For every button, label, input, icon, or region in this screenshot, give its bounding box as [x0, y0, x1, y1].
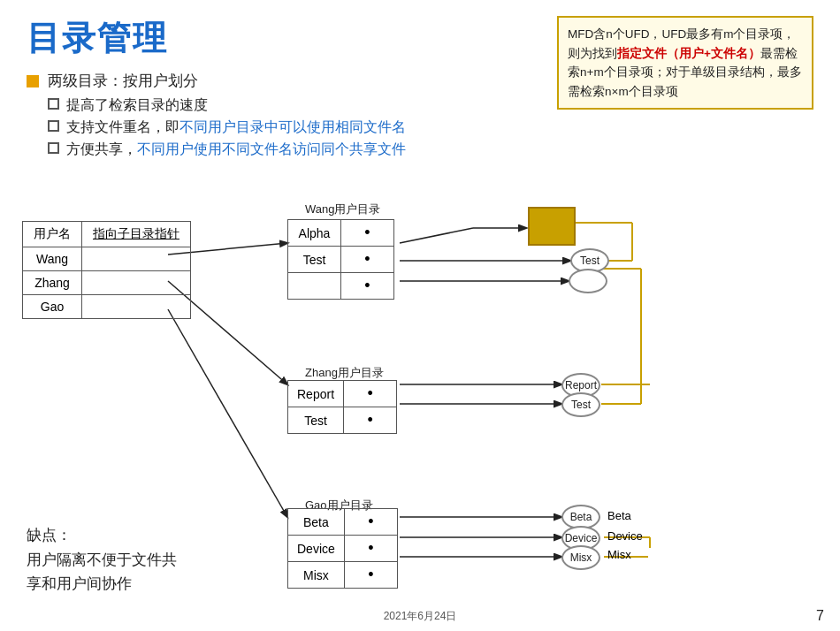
bullet-sub-1: 提高了检索目录的速度 [48, 96, 406, 115]
zhang-ufd-table: Report Test [287, 380, 397, 434]
mfd-row-wang: Wang [23, 247, 82, 271]
wang-row3-dot [341, 273, 394, 300]
gao-ufd-table: Beta Device Misx [287, 508, 398, 589]
checkbox-icon-3 [48, 142, 59, 154]
square-icon [27, 75, 39, 87]
svg-line-2 [168, 309, 287, 517]
mfd-row-gao-ptr [82, 295, 191, 319]
wang-test: Test [288, 247, 341, 273]
page-title: 目录管理 [27, 16, 168, 61]
gao-misx: Misx [288, 562, 345, 589]
gao-misx-dot [344, 562, 397, 589]
page-number: 7 [816, 608, 824, 624]
shared-file [528, 207, 576, 246]
bullet-sub-2: 支持文件重名，即不同用户目录中可以使用相同文件名 [48, 118, 406, 137]
gao-misx-node: Misx [561, 545, 600, 570]
beta-label: Beta [607, 509, 631, 522]
mfd-table: 用户名 指向子目录指针 Wang Zhang Gao [22, 221, 191, 319]
wang-alpha-dot [341, 220, 394, 247]
mfd-col2-header: 指向子目录指针 [82, 222, 191, 247]
mfd-row-wang-ptr [82, 247, 191, 271]
misx-label: Misx [607, 548, 631, 561]
zhang-test-dot [344, 407, 397, 434]
wang-test-dot [341, 247, 394, 273]
defect-text: 缺点： 用户隔离不便于文件共享和用户间协作 [27, 523, 177, 596]
mfd-row-zhang: Zhang [23, 271, 82, 295]
wang-row3-node [569, 269, 607, 293]
wang-alpha: Alpha [288, 220, 341, 247]
mfd-row-zhang-ptr [82, 271, 191, 295]
zhang-report-dot [344, 381, 397, 407]
wang-row3 [288, 273, 341, 300]
defect-title: 缺点： [27, 523, 177, 547]
zhang-test-node: Test [561, 392, 600, 417]
bullet-main: 两级目录：按用户划分 [27, 71, 406, 91]
checkbox-icon-1 [48, 98, 59, 110]
checkbox-icon-2 [48, 120, 59, 132]
bullet-sub-3: 方便共享，不同用户使用不同文件名访问同个共享文件 [48, 141, 406, 159]
svg-line-3 [400, 228, 473, 243]
wang-ufd-label: Wang用户目录 [305, 201, 380, 217]
page-date: 2021年6月24日 [384, 609, 457, 624]
bullet-list: 两级目录：按用户划分 提高了检索目录的速度 支持文件重名，即不同用户目录中可以使… [27, 71, 406, 163]
zhang-report: Report [288, 381, 344, 407]
gao-device: Device [288, 536, 345, 562]
mfd-row-gao: Gao [23, 295, 82, 319]
zhang-test: Test [288, 407, 344, 434]
gao-beta: Beta [288, 509, 345, 536]
gao-device-dot [344, 536, 397, 562]
info-box: MFD含n个UFD，UFD最多有m个目录项，则为找到指定文件（用户+文件名）最需… [557, 16, 813, 110]
mfd-col1-header: 用户名 [23, 222, 82, 247]
device-label: Device [607, 529, 643, 543]
zhang-ufd-label: Zhang用户目录 [305, 365, 384, 381]
gao-beta-dot [344, 509, 397, 536]
defect-body: 用户隔离不便于文件共享和用户间协作 [27, 548, 177, 596]
wang-ufd-table: Alpha Test [287, 219, 394, 300]
